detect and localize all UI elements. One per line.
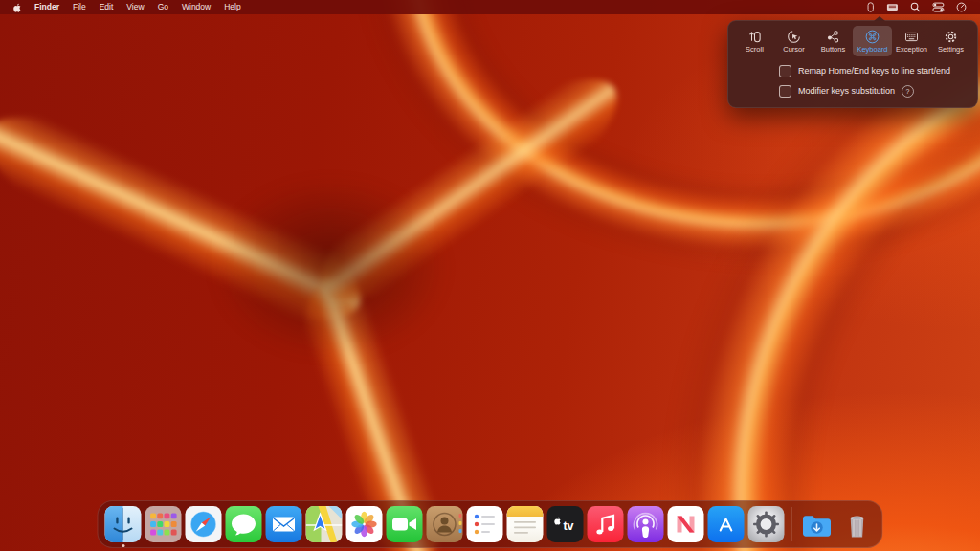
dock-item-news[interactable]	[668, 506, 704, 542]
option-label: Modifier keys substitution	[798, 86, 895, 96]
mouse-utility-popover: ScrollCursorButtonsKeyboardExceptionSett…	[727, 20, 978, 108]
menu-item-window[interactable]: Window	[175, 2, 217, 11]
checkbox-remap-home/end-keys-to-l[interactable]	[779, 65, 791, 77]
dock-item-podcasts[interactable]	[628, 506, 664, 542]
dock-item-reminders[interactable]	[467, 506, 503, 542]
dock-item-app-store[interactable]	[708, 506, 745, 542]
dock-item-notes[interactable]	[507, 506, 544, 542]
svg-text:tv: tv	[563, 519, 573, 533]
launchpad-icon	[145, 506, 182, 542]
maps-icon	[306, 506, 343, 542]
checkbox-modifier-keys-substituti[interactable]	[779, 85, 791, 98]
dock-item-facetime[interactable]	[387, 506, 423, 542]
buttons-dots-icon	[826, 30, 840, 44]
keyboard-icon[interactable]	[880, 2, 904, 12]
dock-item-messages[interactable]	[226, 506, 262, 542]
dock-separator	[791, 507, 792, 541]
search-icon[interactable]	[904, 2, 926, 12]
dock-item-downloads[interactable]	[799, 506, 835, 542]
reminders-icon	[467, 506, 503, 542]
help-icon[interactable]: ?	[902, 85, 914, 98]
tab-label: Settings	[938, 46, 964, 54]
dock-item-music[interactable]	[588, 506, 624, 542]
macos-desktop: Finder FileEditViewGoWindowHelp ScrollCu…	[0, 0, 980, 551]
tab-label: Keyboard	[857, 46, 887, 54]
tv-icon: tv	[547, 506, 584, 542]
dock-item-photos[interactable]	[346, 506, 383, 542]
gear-icon	[944, 30, 958, 44]
messages-icon	[226, 506, 262, 542]
tab-label: Buttons	[821, 46, 845, 54]
tab-settings[interactable]: Settings	[931, 26, 970, 56]
menu-bar-status	[860, 0, 972, 14]
menu-bar: Finder FileEditViewGoWindowHelp	[0, 0, 980, 14]
menu-item-help[interactable]: Help	[217, 2, 247, 11]
command-circle-icon	[865, 30, 880, 44]
news-icon	[668, 506, 704, 542]
wallpaper-shadow	[167, 143, 493, 392]
music-icon	[588, 506, 624, 542]
photos-icon	[346, 506, 383, 542]
popover-tab-bar: ScrollCursorButtonsKeyboardExceptionSett…	[733, 26, 972, 56]
menu-item-file[interactable]: File	[66, 2, 93, 11]
wallpaper-band	[0, 79, 383, 357]
dock-item-contacts[interactable]	[427, 506, 463, 542]
keyboard-rect-icon	[904, 30, 919, 44]
tab-keyboard[interactable]: Keyboard	[853, 26, 892, 56]
cursor-click-icon	[787, 30, 801, 44]
app-store-icon	[708, 506, 745, 542]
option-row-modifier-keys-substituti: Modifier keys substitution?	[779, 83, 972, 99]
dock-item-finder[interactable]	[105, 506, 142, 542]
mail-icon	[266, 506, 302, 542]
scroll-mouse-icon	[747, 30, 762, 44]
dock-item-mail[interactable]	[266, 506, 302, 542]
tab-label: Exception	[896, 46, 927, 54]
facetime-icon	[387, 506, 423, 542]
mouse-icon[interactable]	[860, 2, 880, 12]
notes-icon	[507, 506, 544, 542]
dock: tv	[98, 500, 883, 548]
menu-item-view[interactable]: View	[120, 2, 150, 11]
system-settings-icon	[748, 506, 785, 542]
tab-exception[interactable]: Exception	[892, 26, 931, 56]
dock-item-safari[interactable]	[186, 506, 222, 542]
menu-item-go[interactable]: Go	[151, 2, 175, 11]
tab-cursor[interactable]: Cursor	[774, 26, 813, 56]
dock-item-trash[interactable]	[839, 506, 876, 542]
menu-item-edit[interactable]: Edit	[93, 2, 121, 11]
option-label: Remap Home/End keys to line start/end	[798, 66, 950, 76]
tab-label: Cursor	[783, 46, 805, 54]
safari-icon	[186, 506, 222, 542]
clock-icon[interactable]	[950, 2, 972, 12]
option-row-remap-home/end-keys-to-l: Remap Home/End keys to line start/end	[779, 63, 972, 78]
tab-label: Scroll	[746, 46, 764, 54]
dock-item-system-settings[interactable]	[748, 506, 785, 542]
dock-item-launchpad[interactable]	[145, 506, 182, 542]
dock-item-tv[interactable]: tv	[547, 506, 584, 542]
wallpaper-band	[294, 45, 644, 334]
apple-menu-icon[interactable]	[8, 3, 28, 12]
control-center-icon[interactable]	[926, 2, 950, 12]
running-indicator	[122, 544, 124, 547]
contacts-icon	[427, 506, 463, 542]
menu-app-name[interactable]: Finder	[28, 0, 66, 14]
podcasts-icon	[628, 506, 664, 542]
trash-icon	[839, 506, 876, 542]
tab-buttons[interactable]: Buttons	[813, 26, 853, 56]
finder-icon	[105, 506, 142, 542]
downloads-icon	[799, 506, 835, 542]
menu-bar-left: Finder FileEditViewGoWindowHelp	[8, 0, 248, 14]
dock-item-maps[interactable]	[306, 506, 343, 542]
tab-scroll[interactable]: Scroll	[735, 26, 774, 56]
popover-options: Remap Home/End keys to line start/endMod…	[733, 63, 972, 99]
